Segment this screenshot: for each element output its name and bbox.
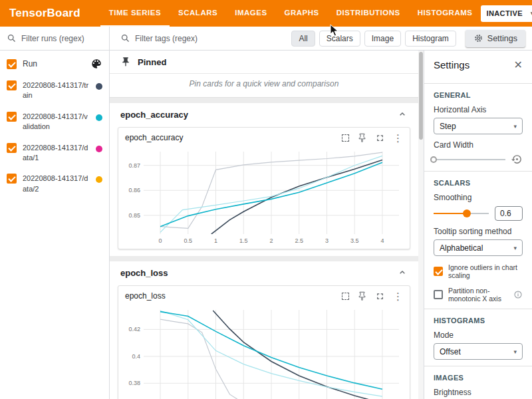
partition-x-axis-row[interactable]: Partition non-monotonic X axis xyxy=(434,287,523,303)
info-icon[interactable] xyxy=(513,290,523,299)
scalars-heading: SCALARS xyxy=(434,179,523,187)
more-options-icon[interactable]: ⋮ xyxy=(393,133,403,143)
run-color-dot[interactable] xyxy=(96,114,102,121)
pin-card-icon[interactable] xyxy=(357,291,367,301)
card-width-slider[interactable] xyxy=(434,155,505,164)
more-options-icon[interactable]: ⋮ xyxy=(393,291,403,301)
epoch-loss-chart[interactable]: 0.360.380.40.42 xyxy=(120,306,406,399)
run-label: 20220808-141317/data/2 xyxy=(23,174,90,194)
general-heading: GENERAL xyxy=(434,91,523,99)
runs-header-row: Run xyxy=(0,51,109,75)
ignore-outliers-checkbox[interactable] xyxy=(434,267,443,276)
filter-runs-box xyxy=(0,27,110,51)
chevron-down-icon: ▾ xyxy=(513,245,517,251)
ignore-outliers-row[interactable]: Ignore outliers in chart scaling xyxy=(434,263,523,279)
reload-status-dropdown[interactable]: INACTIVE ▾ xyxy=(481,5,532,22)
run-checkbox[interactable] xyxy=(7,112,17,122)
tab-histograms[interactable]: HISTOGRAMS xyxy=(409,0,481,27)
chip-histogram[interactable]: Histogram xyxy=(405,31,456,47)
pinned-title: Pinned xyxy=(138,57,166,67)
card-header: epoch_loss ⋮ xyxy=(118,286,410,306)
pin-card-icon[interactable] xyxy=(357,133,367,143)
chevron-down-icon: ▾ xyxy=(513,348,517,355)
ignore-outliers-label: Ignore outliers in chart scaling xyxy=(448,263,523,279)
section-title: epoch_accuracy xyxy=(120,110,188,120)
fit-domain-icon[interactable] xyxy=(342,293,349,300)
filter-tags-input[interactable] xyxy=(135,34,248,43)
settings-panel: Settings ✕ GENERAL Horizontal Axis Step … xyxy=(424,51,532,399)
partition-x-axis-label: Partition non-monotonic X axis xyxy=(448,287,508,303)
chip-all[interactable]: All xyxy=(291,31,315,47)
smoothing-value-input[interactable]: 0.6 xyxy=(495,206,523,221)
tooltip-sorting-label: Tooltip sorting method xyxy=(434,227,523,236)
scrollbar-thumb[interactable] xyxy=(419,52,423,140)
chip-image[interactable]: Image xyxy=(364,31,401,47)
run-color-dot[interactable] xyxy=(96,176,102,183)
pinned-section: Pinned Pin cards for a quick view and co… xyxy=(110,51,418,98)
card-header: epoch_accuracy ⋮ xyxy=(118,128,410,148)
run-row[interactable]: 20220808-141317/data/1 xyxy=(0,138,109,169)
settings-button[interactable]: Settings xyxy=(466,30,525,47)
epoch-accuracy-chart[interactable]: 00.511.522.533.540.850.860.87 xyxy=(120,148,406,246)
palette-icon[interactable] xyxy=(90,58,102,70)
filter-runs-input[interactable] xyxy=(21,34,96,43)
run-checkbox[interactable] xyxy=(7,143,17,153)
section-title: epoch_loss xyxy=(120,268,168,278)
run-color-dot[interactable] xyxy=(96,146,102,152)
scalar-card-epoch-accuracy: epoch_accuracy ⋮ 00.511.522.533.540.850.… xyxy=(118,127,410,249)
tab-scalars[interactable]: SCALARS xyxy=(170,0,226,27)
smoothing-slider[interactable] xyxy=(434,209,489,218)
tab-distributions[interactable]: DISTRIBUTIONS xyxy=(328,0,409,27)
histogram-mode-value: Offset xyxy=(440,347,461,356)
brightness-label: Brightness xyxy=(434,388,523,397)
horizontal-axis-value: Step xyxy=(440,122,456,131)
fullscreen-icon[interactable] xyxy=(375,133,385,143)
tooltip-sorting-select[interactable]: Alphabetical ▾ xyxy=(434,239,523,256)
chevron-up-icon[interactable] xyxy=(397,267,408,278)
run-row[interactable]: 20220808-141317/validation xyxy=(0,106,109,138)
section-header-epoch-loss[interactable]: epoch_loss xyxy=(110,261,418,284)
run-checkbox[interactable] xyxy=(7,80,17,90)
svg-text:3.5: 3.5 xyxy=(350,237,359,244)
divider xyxy=(424,366,532,366)
svg-text:1.5: 1.5 xyxy=(239,237,248,244)
svg-text:2.5: 2.5 xyxy=(295,237,303,244)
card-actions: ⋮ xyxy=(342,133,403,143)
app-title: TensorBoard xyxy=(9,7,80,20)
chevron-down-icon: ▾ xyxy=(513,123,517,130)
settings-button-label: Settings xyxy=(487,34,517,43)
main-scrollbar[interactable] xyxy=(418,51,424,399)
runs-sidebar: Run 20220808-141317/train 20220808-14131… xyxy=(0,51,110,399)
run-row[interactable]: 20220808-141317/data/2 xyxy=(0,168,109,200)
pinned-empty-text: Pin cards for a quick view and compariso… xyxy=(110,74,418,97)
status-value: INACTIVE xyxy=(486,9,523,17)
run-row[interactable]: 20220808-141317/train xyxy=(0,75,109,106)
svg-text:0.87: 0.87 xyxy=(128,162,140,169)
run-checkbox[interactable] xyxy=(7,174,17,184)
svg-text:0.5: 0.5 xyxy=(184,237,193,244)
horizontal-axis-select[interactable]: Step ▾ xyxy=(434,118,523,134)
run-color-dot[interactable] xyxy=(96,83,102,90)
tab-time-series[interactable]: TIME SERIES xyxy=(100,0,170,27)
run-label: 20220808-141317/train xyxy=(23,80,90,101)
svg-text:2: 2 xyxy=(269,237,273,244)
tab-images[interactable]: IMAGES xyxy=(226,0,275,27)
select-all-runs-checkbox[interactable] xyxy=(7,59,17,69)
divider xyxy=(424,83,532,84)
close-icon[interactable]: ✕ xyxy=(514,60,523,70)
svg-text:0: 0 xyxy=(159,237,162,244)
svg-text:0.85: 0.85 xyxy=(128,212,140,219)
section-header-epoch-accuracy[interactable]: epoch_accuracy xyxy=(110,103,418,126)
chevron-up-icon[interactable] xyxy=(397,109,408,120)
section-epoch-accuracy: epoch_accuracy epoch_accuracy xyxy=(110,103,418,256)
fit-domain-icon[interactable] xyxy=(342,134,349,142)
fullscreen-icon[interactable] xyxy=(375,291,385,301)
tooltip-sorting-value: Alphabetical xyxy=(440,243,483,253)
partition-x-axis-checkbox[interactable] xyxy=(434,290,443,299)
tab-graphs[interactable]: GRAPHS xyxy=(276,0,328,27)
histogram-mode-select[interactable]: Offset ▾ xyxy=(434,343,523,360)
chip-scalars[interactable]: Scalars xyxy=(319,31,360,47)
filter-tags-box xyxy=(120,33,248,43)
section-epoch-loss: epoch_loss epoch_loss xyxy=(110,261,418,399)
reset-icon[interactable] xyxy=(511,154,523,165)
